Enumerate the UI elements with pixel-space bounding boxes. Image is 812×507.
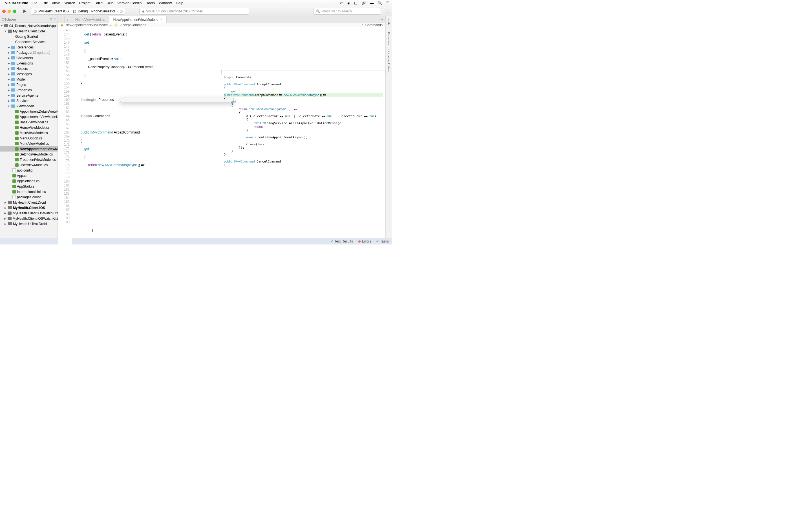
tree-item[interactable]: Connected Services	[0, 39, 57, 45]
tree-folder[interactable]: ▶Extensions	[0, 61, 57, 66]
menu-icon[interactable]: ☰	[386, 1, 389, 5]
battery-icon[interactable]: ▭	[340, 1, 343, 5]
svg-marker-0	[23, 10, 27, 13]
volume-icon[interactable]: 🔊	[361, 1, 366, 5]
tree-file[interactable]: packages.config	[0, 194, 57, 200]
tree-folder[interactable]: ▶Properties	[0, 87, 57, 93]
tree-item[interactable]: Getting Started	[0, 34, 57, 39]
tree-file[interactable]: UserViewModel.cs	[0, 162, 57, 168]
zoom-button[interactable]	[13, 10, 16, 13]
tree-file[interactable]: AppointmentDetailsViewMod	[0, 109, 57, 114]
tree-folder[interactable]: ▶Services	[0, 98, 57, 103]
tree-file[interactable]: AppSettings.cs	[0, 178, 57, 184]
tree-folder[interactable]: ▶Model	[0, 76, 57, 82]
panel-properties[interactable]: Properties	[387, 32, 390, 45]
tree-file[interactable]: MenuViewModel.cs	[0, 141, 57, 146]
tree-folder-viewmodels[interactable]: ▼ViewModels	[0, 103, 57, 109]
solution-root[interactable]: ▼ 04_Demos_NativeXamarinApps (mas	[0, 23, 57, 29]
search-input[interactable]: 🔍Press '⌘.' to search	[313, 8, 381, 15]
solution-explorer: ▢ Solution ⊡ ✕ ▼ 04_Demos_NativeXamarinA…	[0, 16, 58, 238]
minimap[interactable]	[383, 27, 386, 244]
toolbar: ▢MyHealth.Client.iOS › ▢Debug | iPhoneSi…	[0, 6, 392, 16]
tree-folder[interactable]: ▶References	[0, 45, 57, 50]
tree-file[interactable]: HomeViewModel.cs	[0, 125, 57, 130]
tree-file[interactable]: BaseViewModel.cs	[0, 119, 57, 125]
display-icon[interactable]: ▢	[354, 1, 357, 5]
config-build: Debug | iPhoneSimulator	[78, 9, 115, 13]
menu-project[interactable]: Project	[79, 1, 91, 5]
tree-file[interactable]: SettingsViewModel.cs	[0, 152, 57, 157]
tab-home[interactable]: HomeViewModel.cs	[71, 16, 109, 23]
tree-file[interactable]: MenuOption.cs	[0, 135, 57, 141]
tree-folder[interactable]: ▶Messages	[0, 71, 57, 76]
close-button[interactable]	[2, 10, 6, 13]
project-uitest[interactable]: ▶MyHealth.UITest.Droid	[0, 221, 57, 226]
tree-file[interactable]: MainViewModel.cs	[0, 130, 57, 135]
refactor-preview: #region Commands public IMvxCommand Acce…	[221, 70, 386, 74]
app-name[interactable]: Visual Studio	[5, 1, 28, 5]
menu-view[interactable]: View	[52, 1, 59, 5]
tree-folder[interactable]: ▶Helpers	[0, 66, 57, 71]
minimize-button[interactable]	[8, 10, 11, 13]
tab-dropdown[interactable]: ▾	[379, 16, 386, 23]
menu-build[interactable]: Build	[94, 1, 103, 5]
status-display: ◆Visual Studio Enterprise 2017 for Mac	[139, 8, 249, 15]
run-button[interactable]	[21, 8, 28, 15]
menu-help[interactable]: Help	[175, 1, 183, 5]
hamburger-icon[interactable]: ☰	[386, 9, 389, 13]
project-droid[interactable]: ▶MyHealth.Client.Droid	[0, 200, 57, 205]
menu-window[interactable]: Window	[159, 1, 172, 5]
menu-version-control[interactable]: Version Control	[117, 1, 142, 5]
nav-back[interactable]: ‹	[58, 16, 64, 23]
close-tab-icon[interactable]: ✕	[160, 18, 162, 21]
project-watchapp[interactable]: ▶MyHealth.Client.iOSWatchKitApp	[0, 210, 57, 216]
tree-folder[interactable]: ▶Pages	[0, 82, 57, 87]
tree-folder[interactable]: ▶Packages (13 updates)	[0, 50, 57, 55]
editor-area: ‹ › HomeViewModel.cs NewAppointmentViewM…	[58, 16, 386, 238]
menu-edit[interactable]: Edit	[42, 1, 48, 5]
tree-file[interactable]: AppointmentsViewModel.cs	[0, 114, 57, 119]
wifi-icon[interactable]: ◈	[347, 1, 350, 5]
sidebar-title: ▢ Solution ⊡ ✕	[0, 16, 57, 22]
menu-tools[interactable]: Tools	[146, 1, 155, 5]
config-selector[interactable]: ▢MyHealth.Client.iOS › ▢Debug | iPhoneSi…	[31, 8, 125, 15]
tree-file[interactable]: AppStart.cs	[0, 184, 57, 189]
battery2-icon[interactable]: ▬	[370, 1, 373, 5]
menu-file[interactable]: File	[32, 1, 38, 5]
tree-file[interactable]: App.cs	[0, 173, 57, 178]
breadcrumb[interactable]: ◆NewAppointmentViewModel ▸ ⚡AcceptComman…	[58, 23, 386, 27]
line-gutter: 1431441451461471481491501511521531541551…	[58, 27, 72, 244]
panel-toolbox[interactable]: Toolbox	[387, 18, 390, 27]
right-panels: Toolbox Properties Document Outline	[386, 16, 392, 238]
tree-file[interactable]: app.config	[0, 168, 57, 173]
menu-run[interactable]: Run	[107, 1, 113, 5]
nav-forward[interactable]: ›	[64, 16, 71, 23]
tree-file[interactable]: InternationalUnit.cs	[0, 189, 57, 194]
tab-newappointment[interactable]: NewAppointmentViewModel.c✕	[109, 16, 167, 23]
macos-menubar: Visual Studio File Edit View Search Proj…	[0, 0, 392, 6]
code-editor[interactable]: 1431441451461471481491501511521531541551…	[58, 27, 386, 244]
editor-tabstrip: ‹ › HomeViewModel.cs NewAppointmentViewM…	[58, 16, 386, 23]
panel-document-outline[interactable]: Document Outline	[387, 50, 390, 72]
window-controls	[2, 10, 16, 13]
project-watchext[interactable]: ▶MyHealth.Client.iOSWatchKitExte	[0, 216, 57, 221]
tree-file-selected[interactable]: NewAppointmentViewModel.	[0, 146, 57, 152]
quick-fix-menu: Use expression body for properties Add a…	[120, 98, 234, 102]
tree-folder[interactable]: ▶Converters	[0, 55, 57, 61]
solution-tree[interactable]: ▼ 04_Demos_NativeXamarinApps (mas ▼ MyHe…	[0, 22, 57, 227]
code-content[interactable]: get { return _patientEvents; } set { _pa…	[72, 27, 386, 244]
spotlight-icon[interactable]: 🔍	[377, 1, 382, 5]
config-project: MyHealth.Client.iOS	[38, 9, 69, 13]
menu-search[interactable]: Search	[63, 1, 75, 5]
project-core[interactable]: ▼ MyHealth.Client.Core	[0, 29, 57, 34]
tree-file[interactable]: TreatmentViewModel.cs	[0, 157, 57, 162]
project-ios[interactable]: ▶MyHealth.Client.iOS	[0, 205, 57, 210]
tree-folder[interactable]: ▶ServiceAgents	[0, 93, 57, 98]
